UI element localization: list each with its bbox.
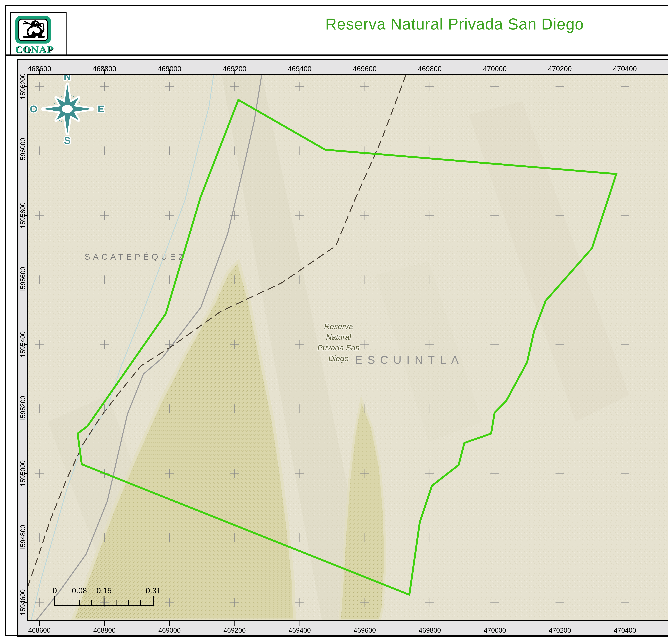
x-axis-label-bottom: 468800 [85,627,124,632]
main-map: SACATEPÉQUEZ ESCUINTLA Reserva Natural P… [27,74,668,621]
compass-s: S [64,135,71,146]
x-tick [560,621,560,626]
x-tick [169,621,170,626]
x-axis-label-bottom: 469000 [150,627,189,632]
scale-tick-2: 0.15 [96,586,112,595]
svg-text:Reserva: Reserva [324,322,353,331]
y-axis-label-left: 1596200 [19,65,27,108]
x-tick [300,621,300,626]
x-axis-label-bottom: 470200 [540,627,580,632]
compass-o: O [30,104,37,114]
y-axis-label-left: 1595200 [19,388,27,430]
conap-logo: CONAP [11,12,66,56]
x-axis-label-bottom: 469200 [215,627,255,632]
header-divider [5,54,668,56]
x-axis-label-top: 469000 [150,65,189,73]
x-axis-label-bottom: 470400 [605,627,645,632]
y-axis-label-left: 1595800 [19,194,27,237]
x-axis-label-top: 470000 [475,65,515,73]
conap-monkey-icon [15,16,51,44]
x-axis-label-top: 469200 [215,65,255,73]
x-tick [625,621,625,626]
svg-text:Privada San: Privada San [317,343,360,352]
svg-text:Natural: Natural [326,333,351,341]
scale-tick-0: 0 [52,586,57,595]
x-tick [365,621,365,626]
department-label-escuintla: ESCUINTLA [355,354,464,366]
y-axis-label-left: 1596000 [19,129,27,172]
x-axis-label-top: 469400 [279,65,320,73]
svg-text:Diego: Diego [329,354,349,363]
x-tick [104,621,105,626]
scale-tick-3: 0.31 [146,586,161,595]
x-tick [495,621,495,626]
x-axis-label-top: 470200 [540,65,580,73]
x-axis-label-top: 468800 [85,65,124,73]
y-axis-label-left: 1594800 [19,517,27,559]
x-axis-label-top: 469800 [410,65,450,73]
y-axis-label-left: 1595000 [19,452,27,495]
map-block: 4686004686004688004688004690004690004692… [17,59,668,637]
y-axis-label-left: 1595400 [19,323,27,366]
conap-logo-text: CONAP [15,45,51,55]
compass-e: E [98,104,104,114]
x-tick [234,621,235,626]
x-axis-label-bottom: 469800 [410,627,450,632]
y-axis-label-left: 1594600 [19,581,27,624]
map-sheet: CONAP Reserva Natural Privada San Diego … [0,0,668,644]
page-title: Reserva Natural Privada San Diego [200,15,668,33]
x-axis-label-bottom: 470000 [475,627,515,632]
x-tick [39,621,40,626]
x-axis-label-top: 469600 [345,65,385,73]
scale-tick-1: 0.08 [72,586,87,595]
x-axis-label-bottom: 468600 [19,627,59,632]
x-axis-label-bottom: 469600 [345,627,385,632]
x-axis-label-bottom: 469400 [279,627,320,632]
y-axis-label-left: 1595600 [19,258,27,301]
x-axis-label-top: 470400 [605,65,645,73]
department-label-sacatepequez: SACATEPÉQUEZ [85,252,186,261]
map-canvas: SACATEPÉQUEZ ESCUINTLA Reserva Natural P… [28,75,668,620]
compass-n: N [64,75,71,82]
x-tick [430,621,430,626]
